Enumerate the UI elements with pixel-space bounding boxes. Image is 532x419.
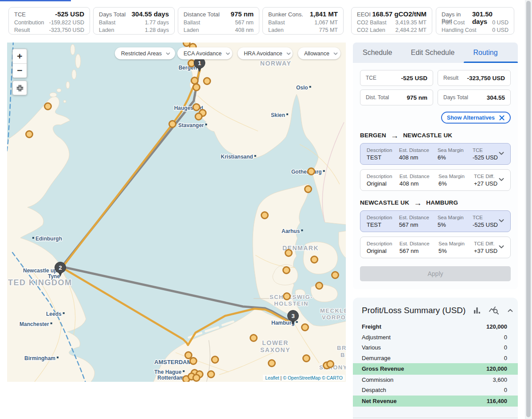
option-value: 5% — [438, 221, 473, 228]
waypoint-circle[interactable] — [45, 103, 51, 110]
city-label: Stavanger — [178, 122, 204, 128]
waypoint-circle[interactable] — [327, 361, 334, 368]
waypoint-circle[interactable] — [311, 256, 318, 263]
option-value: +27 USD — [474, 180, 498, 187]
waypoint-circle[interactable] — [196, 113, 202, 120]
leaflet-link[interactable]: Leaflet — [265, 375, 279, 380]
waypoint-circle[interactable] — [262, 212, 268, 219]
leg-to-port: NEWCASTLE UK — [403, 132, 452, 139]
query-stats-button[interactable] — [489, 306, 499, 315]
route-alternative-bergen-newcastle[interactable] — [63, 70, 200, 267]
waypoint-circle[interactable] — [169, 121, 176, 128]
island — [311, 285, 337, 302]
stat-title: Bunker Cons. — [268, 11, 303, 18]
carto-link[interactable]: © CARTO — [322, 375, 343, 380]
route-option-selected[interactable]: DescriptionTESTEst. Distance408 nmSea Ma… — [360, 143, 511, 165]
page-scrollbar-thumb[interactable] — [526, 1, 531, 417]
stat-title: TCE — [14, 11, 26, 18]
waypoint-circle[interactable] — [193, 104, 200, 111]
metric-label: TCE — [366, 75, 376, 81]
zoom-in-button[interactable]: + — [13, 49, 27, 64]
osm-link[interactable]: © OpenStreetMap — [283, 375, 321, 380]
waypoint-circle[interactable] — [193, 375, 200, 381]
waypoint-circle[interactable] — [212, 357, 219, 363]
waypoint-circle[interactable] — [316, 283, 323, 289]
waypoint-circle[interactable] — [332, 272, 339, 279]
map-filter-hra-avoidance[interactable]: HRA Avoidance — [238, 47, 293, 59]
tab-routing[interactable]: Routing — [473, 49, 497, 57]
waypoint-circle[interactable] — [286, 250, 292, 256]
option-column: DescriptionTEST — [367, 215, 399, 228]
route-original-bergen-newcastle[interactable] — [63, 69, 200, 266]
metric-value: 304.55 — [487, 94, 505, 101]
chevron-down-icon[interactable] — [498, 243, 505, 252]
region-label: LOWER — [262, 339, 289, 346]
waypoint-circle[interactable] — [184, 43, 190, 47]
stat-sub-label: Contribution — [14, 19, 44, 27]
map-filter-eca-avoidance[interactable]: ECA Avoidance — [177, 47, 232, 59]
pnl-row-freight: Freight120,000 — [353, 322, 518, 332]
stat-sub-label: Handling Cost — [442, 27, 477, 35]
tab-edit-schedule[interactable]: Edit Schedule — [411, 49, 455, 57]
map-zoom-control: + − — [12, 49, 27, 78]
waypoint-circle[interactable] — [26, 131, 33, 138]
waypoint-circle[interactable] — [305, 186, 312, 193]
option-label: Description — [367, 174, 399, 179]
chevron-down-icon[interactable] — [498, 176, 505, 185]
pnl-value: 0 — [504, 355, 507, 361]
metric-label: Days Total — [443, 94, 468, 101]
fit-bounds-button[interactable] — [12, 81, 27, 95]
waypoint-circle[interactable] — [302, 324, 309, 331]
stat-sub-value: 408 nm — [235, 27, 254, 35]
pnl-value: 0 — [504, 387, 507, 393]
option-value: 6% — [438, 154, 473, 161]
bar-chart-button[interactable] — [473, 306, 481, 315]
zoom-out-button[interactable]: − — [13, 64, 27, 78]
waypoint-circle[interactable] — [204, 78, 211, 85]
close-icon[interactable] — [499, 115, 505, 121]
stat-sub-value: 0 USD — [492, 19, 509, 27]
route-option-alternative[interactable]: DescriptionOriginalEst. Distance567 nmSe… — [360, 237, 511, 258]
map-filter-restricted-areas[interactable]: Restricted Areas — [115, 47, 175, 59]
waypoint-circle[interactable] — [185, 352, 192, 359]
waypoint-circle[interactable] — [192, 78, 198, 84]
waypoint-circle[interactable] — [193, 84, 200, 91]
stat-sub-value: -159,822 USD — [49, 19, 84, 27]
city-label: Oslo — [296, 85, 308, 91]
chevron-down-icon — [165, 51, 171, 56]
chevron-down-icon[interactable] — [498, 150, 505, 159]
collapse-button[interactable] — [506, 306, 514, 314]
map-canvas[interactable]: NORWAYTED KINGDOMDENMARKSCHLESWIG-HOLSTE… — [7, 43, 346, 382]
leg-to-port: HAMBURG — [426, 199, 458, 206]
waypoint-circle[interactable] — [303, 355, 310, 362]
stat-card: TCE-525 USDContribution-159,822 USDResul… — [8, 7, 90, 35]
show-alternatives-button[interactable]: Show Alternatives — [441, 112, 511, 124]
pnl-row-commission: Commission3,600 — [353, 375, 518, 385]
waypoint-circle[interactable] — [308, 168, 315, 175]
tab-schedule[interactable]: Schedule — [363, 49, 392, 57]
waypoint-circle[interactable] — [208, 371, 215, 378]
stat-value: 1,841 MT — [310, 10, 338, 18]
region-label: SCHLESWIG- — [270, 294, 313, 300]
route-map[interactable]: NORWAYTED KINGDOMDENMARKSCHLESWIG-HOLSTE… — [7, 43, 346, 382]
city-dot — [205, 124, 207, 125]
profit-loss-title: Profit/Loss Summary (USD) — [362, 306, 466, 315]
stat-sub-label: Result — [14, 27, 30, 35]
waypoint-circle[interactable] — [283, 267, 290, 274]
pnl-row-various: Various0 — [353, 342, 518, 353]
waypoint-circle[interactable] — [284, 293, 290, 300]
stat-sub-value: 3,419.35 MT — [395, 19, 426, 27]
waypoint-circle[interactable] — [269, 360, 275, 367]
map-filter-allowance[interactable]: Allowance — [298, 47, 340, 59]
route-option-selected[interactable]: DescriptionTESTEst. Distance567 nmSea Ma… — [360, 210, 511, 232]
island — [339, 230, 346, 260]
waypoint-circle[interactable] — [250, 335, 257, 341]
waypoint-circle[interactable] — [190, 358, 197, 365]
chevron-down-icon[interactable] — [498, 217, 505, 226]
chevron-down-icon — [286, 51, 291, 56]
apply-button[interactable]: Apply — [360, 266, 511, 281]
option-column: TCE-525 USD — [473, 147, 498, 161]
pnl-row-adjustment: Adjustment0 — [353, 332, 518, 343]
pnl-value: 120,000 — [486, 323, 507, 330]
route-option-alternative[interactable]: DescriptionOriginalEst. Distance408 nmSe… — [360, 169, 511, 191]
